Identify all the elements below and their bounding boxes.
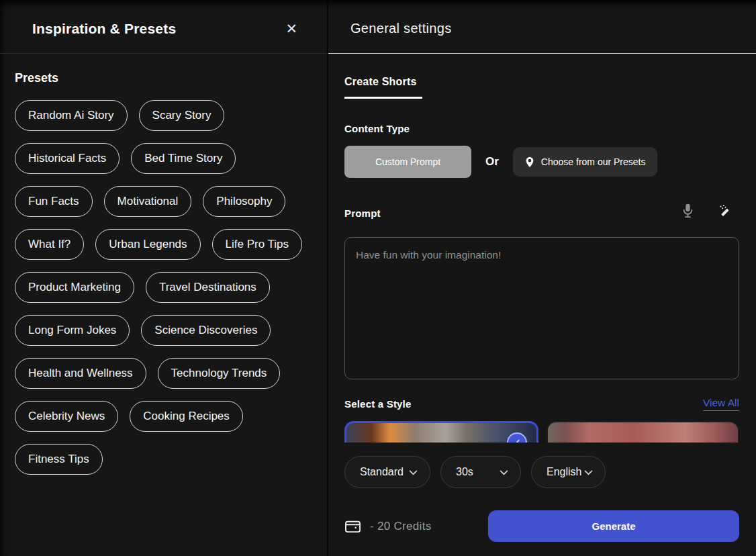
or-label: Or xyxy=(485,155,499,169)
preset-row: Fitness Tips xyxy=(15,444,312,475)
preset-pill-science-discoveries[interactable]: Science Discoveries xyxy=(141,315,271,346)
prompt-input[interactable] xyxy=(344,237,739,379)
preset-pill-technology-trends[interactable]: Technology Trends xyxy=(158,358,281,389)
preset-pill-cooking-recipes[interactable]: Cooking Recipes xyxy=(130,401,243,432)
options-row: Standard 30s English xyxy=(344,456,739,488)
preset-pill-motivational[interactable]: Motivational xyxy=(104,186,192,217)
style-option-1[interactable]: ✓ xyxy=(344,421,538,443)
style-thumbnails: ✓ xyxy=(344,421,739,443)
preset-row: Product MarketingTravel Destinations xyxy=(15,272,312,303)
select-style-label: Select a Style xyxy=(344,398,412,410)
preset-pill-product-marketing[interactable]: Product Marketing xyxy=(15,272,134,303)
preset-row: What If?Urban LegendsLife Pro Tips xyxy=(15,229,312,260)
prompt-label: Prompt xyxy=(344,207,381,219)
choose-presets-button[interactable]: Choose from our Presets xyxy=(513,147,658,177)
generate-button[interactable]: Generate xyxy=(488,510,739,542)
preset-pill-travel-destinations[interactable]: Travel Destinations xyxy=(146,272,270,303)
magic-wand-icon[interactable] xyxy=(718,204,733,218)
chevron-down-icon xyxy=(500,466,508,478)
preset-pill-bed-time-story[interactable]: Bed Time Story xyxy=(131,143,236,174)
selected-check-icon: ✓ xyxy=(507,432,527,443)
presets-list: Random Ai StoryScary StoryHistorical Fac… xyxy=(15,100,312,475)
general-settings-panel: General settings Create Shorts Content T… xyxy=(328,0,756,556)
credits-text: - 20 Credits xyxy=(370,520,431,533)
inspiration-presets-panel: Inspiration & Presets ✕ Presets Random A… xyxy=(0,0,328,556)
content-type-label: Content Type xyxy=(344,123,739,134)
preset-pill-random-ai-story[interactable]: Random Ai Story xyxy=(15,100,128,131)
preset-row: Celebrity NewsCooking Recipes xyxy=(15,401,312,432)
prompt-icons xyxy=(681,203,739,219)
wallet-icon xyxy=(344,519,361,534)
preset-pill-philosophy[interactable]: Philosophy xyxy=(203,186,285,217)
preset-row: Fun FactsMotivationalPhilosophy xyxy=(15,186,312,217)
presets-section: Presets Random Ai StoryScary StoryHistor… xyxy=(0,54,327,487)
location-pin-icon xyxy=(525,156,534,168)
preset-pill-scary-story[interactable]: Scary Story xyxy=(139,100,225,131)
inspiration-presets-header: Inspiration & Presets ✕ xyxy=(0,0,327,54)
close-icon[interactable]: ✕ xyxy=(283,19,300,38)
content-type-row: Custom Prompt Or Choose from our Presets xyxy=(344,146,739,178)
duration-value: 30s xyxy=(456,466,473,478)
general-settings-header: General settings xyxy=(328,0,756,54)
preset-row: Random Ai StoryScary Story xyxy=(15,100,312,131)
select-style-row: Select a Style View All xyxy=(344,397,739,411)
preset-pill-fitness-tips[interactable]: Fitness Tips xyxy=(15,444,103,475)
general-settings-body: Create Shorts Content Type Custom Prompt… xyxy=(328,54,756,556)
preset-row: Health and WellnessTechnology Trends xyxy=(15,358,312,389)
quality-value: Standard xyxy=(360,466,404,478)
panel-title: Inspiration & Presets xyxy=(32,21,176,37)
page-title: General settings xyxy=(350,21,451,36)
language-dropdown[interactable]: English xyxy=(531,456,606,488)
footer-row: - 20 Credits Generate xyxy=(344,510,739,542)
preset-pill-fun-facts[interactable]: Fun Facts xyxy=(15,186,93,217)
microphone-icon[interactable] xyxy=(681,203,694,219)
presets-heading: Presets xyxy=(15,71,312,85)
preset-pill-long-form-jokes[interactable]: Long Form Jokes xyxy=(15,315,130,346)
duration-dropdown[interactable]: 30s xyxy=(440,456,521,488)
app-window: Inspiration & Presets ✕ Presets Random A… xyxy=(0,0,756,556)
preset-pill-health-and-wellness[interactable]: Health and Wellness xyxy=(15,358,146,389)
language-value: English xyxy=(547,466,581,478)
preset-pill-what-if[interactable]: What If? xyxy=(15,229,84,260)
custom-prompt-button[interactable]: Custom Prompt xyxy=(344,146,471,178)
preset-pill-historical-facts[interactable]: Historical Facts xyxy=(15,143,120,174)
view-all-link[interactable]: View All xyxy=(703,397,739,411)
preset-pill-life-pro-tips[interactable]: Life Pro Tips xyxy=(212,229,303,260)
preset-row: Historical FactsBed Time Story xyxy=(15,143,312,174)
quality-dropdown[interactable]: Standard xyxy=(344,456,430,488)
chevron-down-icon xyxy=(409,466,418,478)
preset-pill-urban-legends[interactable]: Urban Legends xyxy=(95,229,200,260)
tab-create-shorts[interactable]: Create Shorts xyxy=(344,76,422,99)
chevron-down-icon xyxy=(584,466,593,478)
preset-row: Long Form JokesScience Discoveries xyxy=(15,315,312,346)
style-option-2[interactable] xyxy=(547,421,739,443)
prompt-row: Prompt xyxy=(344,203,739,219)
choose-presets-label: Choose from our Presets xyxy=(541,156,646,167)
preset-pill-celebrity-news[interactable]: Celebrity News xyxy=(15,401,118,432)
